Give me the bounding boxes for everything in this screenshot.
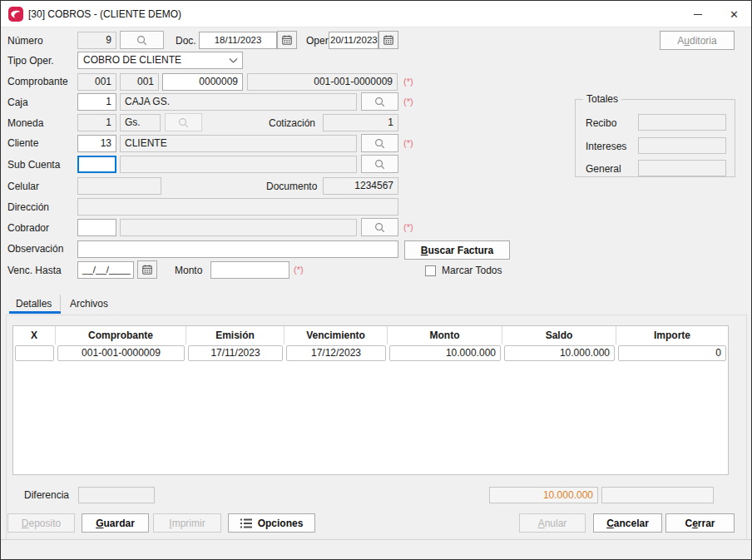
moneda-label: Moneda <box>7 117 43 129</box>
observacion-field[interactable] <box>77 240 398 258</box>
cliente-desc-field: CLIENTE <box>120 135 357 152</box>
comprobante-completo-field: 001-001-0000009 <box>247 73 398 91</box>
numero-search-button[interactable] <box>120 31 164 49</box>
minimize-button[interactable] <box>679 1 716 27</box>
required-marker: (*) <box>294 265 304 275</box>
monto-label: Monto <box>175 265 202 276</box>
table-row: 001-001-0000009 17/11/2023 17/12/2023 10… <box>13 344 728 363</box>
tab-archivos[interactable]: Archivos <box>70 298 108 310</box>
sub-cuenta-code-field[interactable] <box>77 156 116 173</box>
cobros-window: [30] COBROS - (CLIENTE DEMO) ✕ Número 9 … <box>0 0 752 560</box>
auditoria-button[interactable]: Auditoria <box>660 31 735 50</box>
total-secondary-field <box>601 487 714 503</box>
cotizacion-label: Cotización <box>269 117 315 129</box>
column-header-monto: Monto <box>388 326 502 344</box>
totales-title: Totales <box>583 93 621 105</box>
oper-calendar-button[interactable] <box>378 31 398 49</box>
calendar-icon <box>281 34 293 46</box>
buscar-factura-button[interactable]: Buscar Factura <box>404 240 510 260</box>
window-title: [30] COBROS - (CLIENTE DEMO) <box>28 8 181 20</box>
celular-label: Celular <box>7 181 39 192</box>
moneda-search-button <box>165 113 202 131</box>
detalles-table: X Comprobante Emisión Vencimiento Monto … <box>12 325 729 475</box>
row-saldo-cell[interactable]: 10.000.000 <box>504 345 615 361</box>
caja-label: Caja <box>7 97 28 108</box>
list-icon <box>240 518 252 528</box>
required-marker: (*) <box>403 97 413 107</box>
search-icon <box>374 158 386 171</box>
documento-field: 1234567 <box>323 177 398 195</box>
search-icon <box>374 96 386 108</box>
recibo-field <box>638 114 726 131</box>
row-select-cell[interactable] <box>15 345 54 361</box>
cliente-code-field[interactable]: 13 <box>77 135 116 152</box>
cobrador-desc-field <box>120 219 357 236</box>
total-importe-field: 10.000.000 <box>489 487 598 503</box>
calendar-icon <box>141 264 153 275</box>
required-marker: (*) <box>403 222 413 232</box>
search-icon <box>374 221 386 234</box>
observacion-label: Observación <box>7 243 63 255</box>
cliente-search-button[interactable] <box>361 134 398 152</box>
moneda-code-field: 1 <box>77 114 116 131</box>
required-marker: (*) <box>403 77 413 87</box>
doc-label: Doc. <box>176 35 196 47</box>
numero-field: 9 <box>77 32 116 49</box>
comprobante-serie2-field: 001 <box>120 73 159 91</box>
caja-code-field[interactable]: 1 <box>77 93 116 111</box>
caja-search-button[interactable] <box>361 92 398 111</box>
moneda-desc-field: Gs. <box>120 114 161 131</box>
cobrador-search-button[interactable] <box>361 218 398 236</box>
marcar-todos-checkbox[interactable] <box>425 265 436 276</box>
monto-field[interactable] <box>210 261 289 279</box>
anular-button: Anular <box>519 513 586 533</box>
diferencia-field <box>78 487 155 503</box>
tipo-oper-select[interactable]: COBRO DE CLIENTE <box>77 52 243 69</box>
guardar-button[interactable]: Guardar <box>82 513 149 533</box>
required-marker: (*) <box>403 138 413 148</box>
app-logo-icon <box>8 7 23 22</box>
intereses-label: Intereses <box>586 141 626 152</box>
column-header-emision: Emisión <box>186 326 284 344</box>
search-icon <box>374 137 386 150</box>
column-header-importe: Importe <box>616 326 728 344</box>
comprobante-serie1-field: 001 <box>77 73 116 91</box>
close-icon: ✕ <box>730 9 739 20</box>
doc-date-field[interactable]: 18/11/2023 <box>199 32 277 49</box>
row-monto-cell[interactable]: 10.000.000 <box>389 345 501 361</box>
deposito-button: Deposito <box>7 513 75 533</box>
comprobante-label: Comprobante <box>7 76 68 87</box>
general-label: General <box>586 163 621 175</box>
recibo-label: Recibo <box>586 117 616 129</box>
intereses-field <box>638 137 726 154</box>
cancelar-button[interactable]: Cancelar <box>593 513 662 533</box>
oper-date-field[interactable]: 20/11/2023 <box>329 32 378 49</box>
comprobante-numero-field[interactable]: 0000009 <box>162 73 243 91</box>
venc-hasta-field[interactable]: __/__/____ <box>77 261 134 279</box>
column-header-x: X <box>13 326 56 344</box>
sub-cuenta-label: Sub Cuenta <box>7 159 60 171</box>
close-button[interactable]: ✕ <box>715 1 752 27</box>
tab-detalles[interactable]: Detalles <box>16 298 52 310</box>
row-comprobante-cell[interactable]: 001-001-0000009 <box>57 345 185 361</box>
row-importe-cell[interactable]: 0 <box>618 345 726 361</box>
marcar-todos-label: Marcar Todos <box>442 265 502 276</box>
venc-hasta-label: Venc. Hasta <box>7 265 62 276</box>
opciones-button[interactable]: Opciones <box>228 513 315 533</box>
minimize-icon <box>694 14 702 15</box>
venc-hasta-calendar-button[interactable] <box>137 260 157 279</box>
chevron-down-icon <box>229 57 238 64</box>
cobrador-code-field[interactable] <box>77 219 116 236</box>
imprimir-button: Imprimir <box>153 513 221 533</box>
calendar-icon <box>383 34 394 46</box>
row-emision-cell[interactable]: 17/11/2023 <box>188 345 283 361</box>
cotizacion-field: 1 <box>323 114 398 131</box>
cobrador-label: Cobrador <box>7 222 49 234</box>
active-tab-underline <box>9 311 61 314</box>
direccion-field <box>77 198 398 216</box>
sub-cuenta-search-button[interactable] <box>361 155 398 173</box>
row-vencimiento-cell[interactable]: 17/12/2023 <box>286 345 386 361</box>
cerrar-button[interactable]: Cerrar <box>665 513 735 533</box>
doc-calendar-button[interactable] <box>277 31 297 49</box>
caja-desc-field: CAJA GS. <box>120 93 357 111</box>
